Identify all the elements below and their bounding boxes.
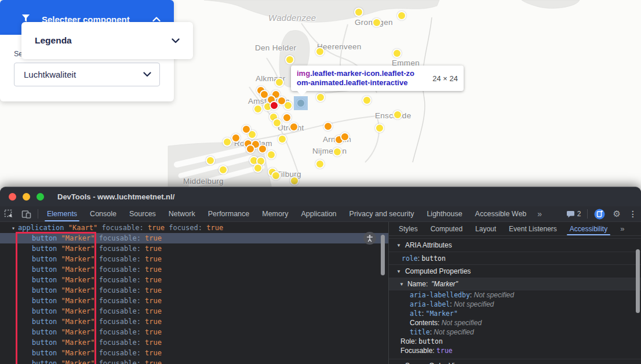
map-marker[interactable] [315,47,325,56]
tab-network[interactable]: Network [162,206,202,221]
map-marker[interactable] [253,104,263,114]
source-order-viewer-section-header[interactable]: ▼ Source Order Viewer [389,359,641,364]
map-marker[interactable] [323,122,333,131]
tree-node-button-marker[interactable]: button "Marker" focusable: true [0,316,388,327]
inspect-element-tooltip: img.leaflet-marker-icon.leaflet-zoom-ani… [291,65,464,91]
map-marker[interactable] [206,156,215,165]
sidebar-tab-styles[interactable]: Styles [392,222,424,235]
inspector-scrollbar-thumb[interactable] [636,249,640,313]
tree-node-button-marker[interactable]: button "Marker" focusable: true [0,233,388,243]
map-marker[interactable] [267,150,276,159]
devtools-tabbar: ElementsConsoleSourcesNetworkPerformance… [0,206,641,222]
tab-lighthouse[interactable]: Lighthouse [420,206,468,221]
tab-elements[interactable]: Elements [41,206,83,221]
accessibility-tree: ▾application "Kaart" focusable: true foc… [0,222,388,364]
map-label-den-helder: Den Helder [255,43,296,52]
map-marker[interactable] [362,96,372,105]
elements-sidebar: StylesComputedLayoutEvent ListenersAcces… [388,222,641,364]
sidebar-tab-layout[interactable]: Layout [469,222,502,235]
map-marker[interactable] [393,110,402,119]
map-marker[interactable] [375,123,384,133]
triangle-expander-icon: ▼ [396,243,401,248]
tree-node-button-marker[interactable]: button "Marker" focusable: true [0,296,388,306]
tree-node-button-marker[interactable]: button "Marker" focusable: true [0,348,388,358]
tree-node-button-marker[interactable]: button "Marker" focusable: true [0,337,388,348]
map-marker[interactable] [354,8,363,17]
maximize-window-button[interactable] [37,193,44,201]
map-marker[interactable] [242,125,251,134]
map-marker[interactable] [290,176,299,185]
message-bubble-icon [566,210,575,218]
expander-icon[interactable]: ▾ [12,225,15,231]
map-marker[interactable] [258,144,267,154]
tab-application[interactable]: Application [294,206,343,221]
kebab-menu-icon[interactable]: ⋮ [625,206,641,221]
map-marker[interactable] [275,78,284,87]
map-marker[interactable] [278,134,287,144]
tree-node-button-marker[interactable]: button "Marker" focusable: true [0,285,388,296]
minimize-window-button[interactable] [23,193,30,201]
map-label-middelburg: Middelburg [183,177,224,185]
component-select-value: Luchtkwaliteit [24,70,76,79]
devtools-window: DevTools - www.luchtmeetnet.nl/ Elements… [0,187,641,364]
tree-node-button-marker[interactable]: button "Marker" focusable: true [0,254,388,264]
map-marker[interactable] [231,133,241,143]
tree-node-button-marker[interactable]: button "Marker" focusable: true [0,264,388,275]
more-tabs-button[interactable]: » [533,206,547,221]
triangle-expander-icon: ▼ [396,269,401,274]
map-marker[interactable] [253,163,263,173]
aria-attributes-section-header[interactable]: ▼ ARIA Attributes [389,238,641,252]
computed-focusable-line: Focusable: true [389,346,641,355]
map-marker[interactable] [271,171,281,180]
computed-properties-section-header[interactable]: ▼ Computed Properties [389,265,641,278]
computed-property-title: title: Not specified [389,327,641,337]
map-marker[interactable] [223,137,232,147]
tree-node-button-marker[interactable]: button "Marker" focusable: true [0,327,388,337]
map-marker[interactable] [333,147,342,156]
accessibility-person-icon[interactable] [363,232,376,245]
map-marker[interactable] [282,113,292,122]
map-marker[interactable] [289,122,298,132]
tab-console[interactable]: Console [83,206,123,221]
tree-node-button-marker[interactable]: button "Marker" focusable: true [0,243,388,254]
chevron-down-icon [172,38,180,43]
legend-panel[interactable]: Legenda [21,22,193,59]
tree-node-button-marker[interactable]: button "Marker" focusable: true [0,306,388,316]
tree-scrollbar-thumb[interactable] [381,235,385,275]
tab-accessible-web[interactable]: Accessible Web [469,206,533,221]
map-marker[interactable] [316,93,325,102]
map-marker[interactable] [272,118,282,128]
map-marker[interactable] [397,11,406,20]
close-window-button[interactable] [9,193,16,201]
map-marker[interactable] [285,55,294,64]
tab-privacy-and-security[interactable]: Privacy and security [343,206,421,221]
map-marker[interactable] [315,159,325,169]
map-marker[interactable] [246,144,255,154]
sidebar-tab-event-listeners[interactable]: Event Listeners [502,222,563,235]
map-marker[interactable] [218,165,228,174]
devtools-window-title: DevTools - www.luchtmeetnet.nl/ [57,192,174,201]
tree-node-button-marker[interactable]: button "Marker" focusable: true [0,358,388,364]
inspect-element-icon[interactable] [0,206,17,221]
map-marker[interactable] [372,18,381,27]
computed-name-row[interactable]: ▼ Name: "Marker" [389,278,641,290]
toggle-device-toolbar-icon[interactable] [17,206,35,221]
map-label-waddenzee: Waddenzee [268,13,316,23]
extension-icon[interactable] [590,206,609,221]
tree-node-button-marker[interactable]: button "Marker" focusable: true [0,275,388,285]
tree-node-application[interactable]: ▾application "Kaart" focusable: true foc… [0,223,388,233]
issues-counter[interactable]: 2 [563,206,585,221]
tab-memory[interactable]: Memory [256,206,294,221]
sidebar-tab-computed[interactable]: Computed [424,222,469,235]
sidebar-more-tabs-button[interactable]: » [614,222,631,235]
tab-performance[interactable]: Performance [202,206,256,221]
map-marker[interactable] [269,101,279,110]
settings-gear-icon[interactable]: ⚙ [609,206,625,221]
tooltip-dimensions: 24 × 24 [432,74,458,83]
map-marker[interactable] [340,132,349,141]
map-marker[interactable] [392,49,402,58]
component-select[interactable]: Luchtkwaliteit [14,63,160,86]
tab-sources[interactable]: Sources [123,206,162,221]
sidebar-tab-accessibility[interactable]: Accessibility [563,222,614,235]
tooltip-selector: img.leaflet-marker-icon.leaflet-zoom-ani… [297,69,420,88]
